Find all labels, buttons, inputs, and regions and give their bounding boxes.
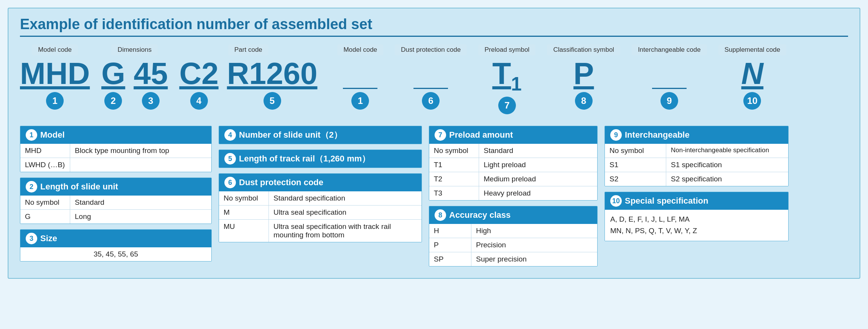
dust-protection-circle: 6	[224, 177, 236, 188]
cell-non-interchangeable: Non-interchangeable specification	[666, 144, 788, 158]
cell-standard-spec: Standard specification	[269, 191, 422, 205]
diagram-number-10: 10	[743, 92, 761, 110]
table-row: P Precision	[429, 238, 597, 252]
diagram-label-dimensions: Dimensions	[111, 44, 158, 55]
table-row: 35, 45, 55, 65	[20, 247, 211, 261]
table-row: T2 Medium preload	[429, 172, 597, 186]
accuracy-circle: 8	[435, 209, 446, 221]
table-row: M Ultra seal specification	[219, 205, 422, 219]
table-row: T1 Light preload	[429, 158, 597, 172]
preload-header-text: Preload amount	[449, 130, 513, 140]
diagram-number-1: 1	[46, 92, 64, 110]
track-rail-circle: 5	[224, 153, 236, 164]
table-row: MHD Block type mounting from top	[20, 144, 211, 158]
table-row: T3 Heavy preload	[429, 186, 597, 200]
diagram-number-6: 6	[422, 92, 440, 110]
interchangeable-header-text: Interchangeable	[625, 130, 690, 140]
cell-t3: T3	[429, 186, 479, 200]
diagram-label-classification: Classification symbol	[547, 44, 620, 55]
cell-heavy-preload: Heavy preload	[479, 186, 597, 200]
column-4: 9 Interchangeable No symbol Non-intercha…	[604, 126, 789, 266]
accuracy-header-text: Accuracy class	[449, 210, 511, 220]
slide-unit-number-table: 4 Number of slide unit（2）	[219, 126, 422, 144]
table-row: No symbol Standard	[429, 144, 597, 158]
table-row: G Long	[20, 209, 211, 224]
slide-unit-number-header: 4 Number of slide unit（2）	[219, 126, 422, 144]
diagram-label-dust: Dust protection code	[395, 44, 467, 55]
model-body: MHD Block type mounting from top LWHD (……	[20, 144, 211, 172]
cell-no-symbol-dust: No symbol	[219, 191, 269, 205]
special-spec-text: A, D, E, F, I, J, L, LF, MA MN, N, PS, Q…	[605, 210, 788, 241]
table-row: S2 S2 specification	[605, 172, 788, 186]
special-spec-header-text: Special specification	[625, 196, 708, 206]
table-row: No symbol Standard specification	[219, 191, 422, 205]
diagram-code-n: N	[741, 58, 764, 89]
cell-mu: MU	[219, 220, 269, 242]
preload-header: 7 Preload amount	[429, 126, 597, 144]
special-spec-body: A, D, E, F, I, J, L, LF, MA MN, N, PS, Q…	[605, 210, 788, 241]
diagram-group-1: Model code MHD 1	[20, 44, 90, 110]
cell-ultra-seal-mu: Ultra seal specification with track rail…	[269, 220, 422, 242]
cell-super-precision: Super precision	[471, 252, 597, 266]
diagram-number-3: 3	[142, 92, 160, 110]
identification-diagram: Model code MHD 1 Dimensions G 2 45 3	[20, 44, 848, 116]
preload-circle: 7	[435, 129, 446, 141]
model-circle: 1	[26, 129, 37, 141]
diagram-label-preload: Preload symbol	[478, 44, 535, 55]
size-circle: 3	[26, 233, 37, 244]
slide-unit-header-text: Length of slide unit	[40, 182, 118, 192]
interchangeable-body: No symbol Non-interchangeable specificat…	[605, 144, 788, 186]
diagram-code-p: P	[573, 58, 594, 89]
size-body: 35, 45, 55, 65	[20, 247, 211, 261]
diagram-group-6: Preload symbol T1 7	[478, 44, 535, 114]
diagram-number-9: 9	[660, 92, 678, 110]
table-row: No symbol Non-interchangeable specificat…	[605, 144, 788, 158]
diagram-number-4: 4	[190, 92, 208, 110]
cell-m: M	[219, 206, 269, 219]
interchangeable-table: 9 Interchangeable No symbol Non-intercha…	[604, 126, 789, 186]
table-row: LWHD (…B)	[20, 158, 211, 172]
diagram-code-t1: T1	[492, 58, 522, 94]
cell-g: G	[20, 210, 70, 224]
cell-h: H	[429, 224, 471, 238]
column-3: 7 Preload amount No symbol Standard T1 L…	[429, 126, 598, 266]
cell-lwhd-desc	[70, 158, 211, 172]
special-spec-table: 10 Special specification A, D, E, F, I, …	[604, 192, 789, 241]
diagram-label-model-code: Model code	[32, 44, 78, 55]
cell-lwhd: LWHD (…B)	[20, 158, 70, 172]
slide-unit-length-body: No symbol Standard G Long	[20, 196, 211, 224]
cell-standard-preload: Standard	[479, 144, 597, 158]
diagram-group-8: Interchangeable code 9	[632, 44, 707, 110]
accuracy-body: H High P Precision SP Super precision	[429, 224, 597, 266]
table-row: MU Ultra seal specification with track r…	[219, 219, 422, 242]
cell-s1: S1	[605, 158, 666, 172]
size-table: 3 Size 35, 45, 55, 65	[20, 229, 212, 262]
diagram-label-part-code: Part code	[228, 44, 268, 55]
diagram-label-interchangeable: Interchangeable code	[632, 44, 707, 55]
cell-light-preload: Light preload	[479, 158, 597, 172]
track-rail-header: 5 Length of track rail（1,260 mm）	[219, 150, 422, 168]
cell-no-symbol-preload: No symbol	[429, 144, 479, 158]
diagram-code-g: G	[101, 58, 125, 89]
table-row: No symbol Standard	[20, 196, 211, 209]
preload-body: No symbol Standard T1 Light preload T2 M…	[429, 144, 597, 200]
table-row: H High	[429, 224, 597, 238]
cell-mhd: MHD	[20, 144, 70, 158]
interchangeable-header: 9 Interchangeable	[605, 126, 788, 144]
model-table: 1 Model MHD Block type mounting from top…	[20, 126, 212, 172]
interchangeable-circle: 9	[610, 129, 622, 141]
preload-table: 7 Preload amount No symbol Standard T1 L…	[429, 126, 598, 201]
special-spec-header: 10 Special specification	[605, 192, 788, 210]
diagram-code-mhd: MHD	[20, 58, 90, 89]
cell-s2: S2	[605, 172, 666, 186]
track-rail-table: 5 Length of track rail（1,260 mm）	[219, 150, 422, 168]
model-header: 1 Model	[20, 126, 211, 144]
diagram-code-c2: C2	[179, 58, 218, 89]
accuracy-table: 8 Accuracy class H High P Precision SP S…	[429, 206, 598, 266]
tables-section: 1 Model MHD Block type mounting from top…	[20, 126, 848, 266]
cell-sp: SP	[429, 252, 471, 266]
dust-protection-table: 6 Dust protection code No symbol Standar…	[219, 173, 422, 242]
diagram-group-5: Dust protection code 6	[395, 44, 467, 110]
accuracy-header: 8 Accuracy class	[429, 206, 597, 224]
cell-no-symbol-inter: No symbol	[605, 144, 666, 158]
